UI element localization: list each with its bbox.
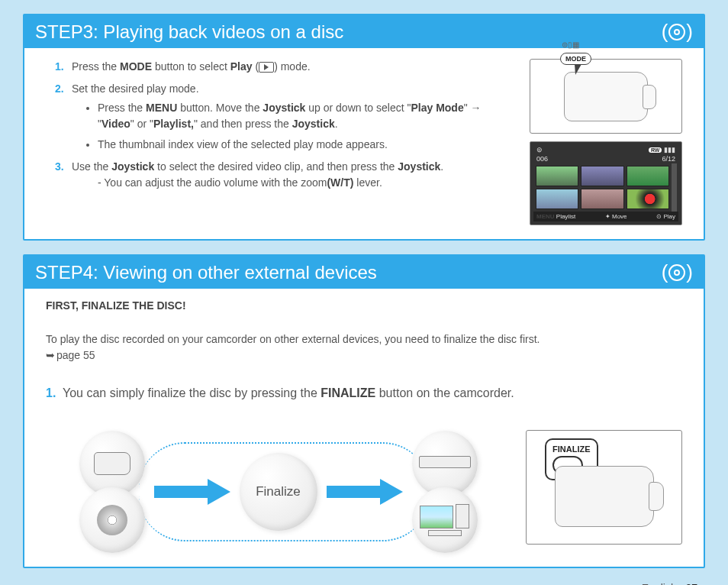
camcorder-icon [94, 452, 130, 475]
thumbnail [536, 189, 578, 209]
disc-icon: () [662, 260, 693, 284]
mode-badge: MODE [560, 53, 591, 65]
svg-marker-4 [154, 479, 230, 505]
step3-text: Press the MODE button to select Play () … [55, 59, 514, 225]
lcd-top-bar: ⊚ RW ▮▮▮ [533, 145, 678, 154]
mode-small-icons: ⊚▯▦ [562, 40, 579, 49]
play-icon [259, 62, 274, 73]
circle-finalize: Finalize [240, 453, 317, 531]
page-footer: English _07 [23, 582, 705, 585]
step3-header: STEP3: Playing back videos on a disc () [24, 15, 704, 48]
lcd-play: Play [663, 213, 675, 220]
camcorder-outline: ⊚▯▦ MODE [564, 72, 648, 121]
lcd-bottom-bar: MENU Playlist ✦ Move ⊙ Play [533, 212, 678, 221]
camcorder-outline [555, 466, 654, 527]
disc-icon [97, 505, 127, 535]
arrow-icon: → [471, 100, 482, 116]
finalize-badge-label: FINALIZE [552, 444, 591, 454]
step3-item-1: Press the MODE button to select Play () … [55, 59, 514, 75]
step4-body: FIRST, FINALIZE THE DISC! To play the di… [24, 289, 704, 567]
dvd-player-icon [419, 456, 471, 468]
illus-finalize-button: FINALIZE [526, 430, 682, 545]
step4-item-1: You can simply finalize the disc by pres… [46, 386, 682, 400]
arrow-right-icon [154, 479, 230, 505]
svg-point-1 [675, 30, 679, 34]
arrow-right-icon [327, 479, 403, 505]
step3-item-3-sub: You can adjust the audio volume with the… [72, 175, 514, 191]
lcd-scrollbar [672, 163, 677, 212]
step3-item-2: Set the desired play mode. Press the MEN… [55, 81, 514, 153]
lcd-move: Move [612, 213, 627, 220]
lcd-move-icon: ✦ [605, 213, 610, 220]
source-circles [79, 435, 145, 548]
circle-pc [412, 487, 478, 553]
circle-disc [79, 487, 145, 553]
step3-item-3: Use the Joystick to select the desired v… [55, 159, 514, 191]
svg-point-3 [675, 270, 679, 275]
step3-box: STEP3: Playing back videos on a disc () … [23, 14, 705, 241]
step4-first-line: FIRST, FINALIZE THE DISC! [46, 299, 682, 312]
step3-body: Press the MODE button to select Play () … [24, 48, 704, 239]
thumbnail [536, 166, 578, 186]
disc-icon: () [662, 20, 693, 44]
lcd-menu: MENU [536, 213, 555, 220]
lcd-thumbnail-grid [533, 163, 678, 212]
thumbnail [581, 189, 623, 209]
step4-header: STEP4: Viewing on other external devices… [24, 256, 704, 289]
step4-title: STEP4: Viewing on other external devices [35, 262, 377, 283]
thumbnail [627, 166, 669, 186]
step3-title: STEP3: Playing back videos on a disc [35, 21, 343, 43]
finalize-label: Finalize [256, 484, 301, 499]
step3-illustrations: ⊚▯▦ MODE ⊚ RW ▮▮▮ 006 6/12 [530, 59, 682, 225]
thumbnail [581, 166, 623, 186]
step3-bullets: Press the MENU button. Move the Joystick… [72, 100, 514, 153]
step3-list: Press the MODE button to select Play () … [55, 59, 514, 191]
footer-page: 07 [685, 582, 697, 585]
svg-marker-5 [327, 479, 403, 505]
lcd-play-icon: ⊙ [656, 213, 662, 220]
step4-intro: To play the disc recorded on your camcor… [46, 331, 682, 364]
lcd-counter-left: 006 [536, 155, 548, 163]
step4-box: STEP4: Viewing on other external devices… [23, 254, 705, 568]
svg-point-2 [669, 265, 685, 280]
illus-mode-button: ⊚▯▦ MODE [530, 59, 682, 134]
lcd-playlist: Playlist [556, 213, 575, 220]
footer-lang: English _ [642, 582, 686, 585]
step4-list: You can simply finalize the disc by pres… [46, 386, 682, 406]
finalize-diagram: Finalize [46, 431, 511, 553]
pc-icon [420, 504, 469, 536]
step4-page-ref: page 55 [46, 349, 95, 361]
svg-point-0 [669, 24, 685, 40]
lcd-rw: RW [649, 147, 662, 153]
illus-lcd-screen: ⊚ RW ▮▮▮ 006 6/12 MENU Playli [530, 141, 682, 225]
step3-bullet-1: Press the MENU button. Move the Joystick… [98, 100, 514, 132]
lcd-battery-icon: ▮▮▮ [664, 146, 675, 154]
lcd-counter-right: 6/12 [662, 155, 675, 163]
thumbnail [627, 189, 669, 209]
lcd-disc-icon: ⊚ [536, 146, 543, 154]
lcd-counter: 006 6/12 [533, 154, 678, 163]
step3-bullet-2: The thumbnail index view of the selected… [98, 137, 514, 153]
